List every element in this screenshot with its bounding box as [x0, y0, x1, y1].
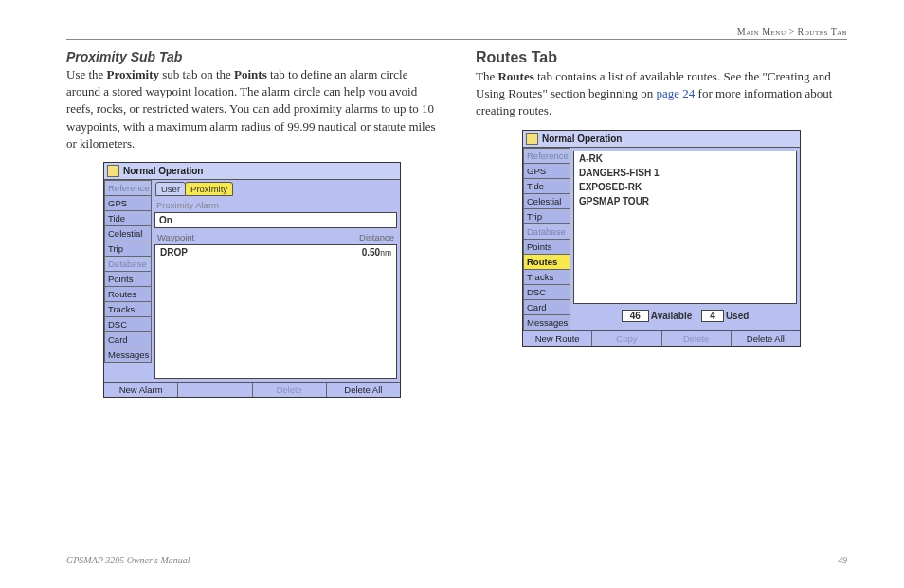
proximity-alarm-value[interactable]: On — [154, 212, 397, 228]
waypoint-list[interactable]: DROP 0.50nm — [154, 244, 397, 379]
proximity-alarm-label: Proximity Alarm — [152, 198, 400, 212]
new-alarm-button[interactable]: New Alarm — [104, 383, 178, 397]
list-header: Waypoint Distance — [152, 230, 400, 244]
proximity-paragraph: Use the Proximity sub tab on the Points … — [66, 66, 438, 152]
list-item[interactable]: DANGERS-FISH 1 — [574, 166, 796, 180]
sidebar-item-points[interactable]: Points — [104, 272, 152, 287]
sidebar-item-celestial[interactable]: Celestial — [523, 194, 570, 209]
sidebar-item-gps[interactable]: GPS — [523, 164, 570, 179]
sidebar-item-trip[interactable]: Trip — [523, 209, 570, 224]
bold-points: Points — [234, 67, 267, 81]
subtab-user[interactable]: User — [155, 182, 186, 196]
compass-icon — [107, 165, 119, 177]
text: sub tab on the — [159, 67, 234, 81]
footer-page-number: 49 — [838, 555, 847, 565]
sidebar-item-card[interactable]: Card — [104, 332, 152, 347]
breadcrumb-sep: > — [788, 27, 794, 37]
delete-button[interactable]: Delete — [253, 383, 327, 397]
bold-proximity: Proximity — [107, 67, 159, 81]
status-row: 46Available 4Used — [570, 307, 800, 325]
subtab-row: UserProximity — [152, 180, 400, 198]
divider — [66, 39, 847, 40]
sidebar-item-database[interactable]: Database — [523, 224, 570, 240]
routes-paragraph: The Routes tab contains a list of availa… — [476, 68, 847, 120]
compass-icon — [526, 133, 538, 145]
page-footer: GPSMAP 3205 Owner's Manual 49 — [66, 555, 847, 565]
sidebar-item-tide[interactable]: Tide — [523, 179, 570, 194]
copy-button[interactable]: Copy — [592, 331, 661, 346]
sidebar-item-tracks[interactable]: Tracks — [104, 302, 152, 317]
sidebar-item-database[interactable]: Database — [104, 257, 152, 272]
text: The — [476, 69, 497, 83]
footer-manual-title: GPSMAP 3205 Owner's Manual — [66, 555, 190, 565]
used-count: 4 — [701, 310, 724, 322]
waypoint-name: DROP — [160, 247, 188, 258]
device-title-bar: Normal Operation — [523, 131, 800, 148]
left-column: Proximity Sub Tab Use the Proximity sub … — [66, 45, 438, 398]
breadcrumb: Main Menu > Routes Tab — [66, 27, 847, 37]
sidebar-item-celestial[interactable]: Celestial — [104, 226, 152, 241]
sidebar-item-messages[interactable]: Messages — [104, 347, 152, 363]
available-label: Available — [651, 311, 693, 321]
new-route-button[interactable]: New Route — [523, 331, 592, 346]
proximity-heading: Proximity Sub Tab — [66, 49, 438, 64]
routes-heading: Routes Tab — [476, 49, 847, 66]
waypoint-distance: 0.50nm — [362, 247, 391, 258]
sidebar-item-dsc[interactable]: DSC — [104, 317, 152, 332]
breadcrumb-page: Routes Tab — [798, 27, 847, 37]
delete-all-button[interactable]: Delete All — [732, 331, 800, 346]
list-item[interactable]: DROP 0.50nm — [155, 245, 396, 259]
sidebar-item-routes[interactable]: Routes — [104, 287, 152, 302]
subtab-proximity[interactable]: Proximity — [185, 182, 233, 196]
header-distance: Distance — [359, 232, 394, 242]
bottom-buttons: New Alarm Delete Delete All — [104, 382, 400, 397]
sidebar: Reference GPS Tide Celestial Trip Databa… — [104, 180, 152, 382]
proximity-device-screen: Normal Operation Reference GPS Tide Cele… — [103, 162, 401, 398]
list-item[interactable]: GPSMAP TOUR — [574, 194, 796, 208]
right-column: Routes Tab The Routes tab contains a lis… — [476, 45, 847, 398]
sidebar-item-tide[interactable]: Tide — [104, 211, 152, 226]
bold-routes: Routes — [497, 69, 533, 83]
sidebar-item-points[interactable]: Points — [523, 240, 570, 255]
route-name: A-RK — [579, 153, 603, 164]
sidebar-item-tracks[interactable]: Tracks — [523, 270, 570, 285]
sidebar-item-reference[interactable]: Reference — [104, 180, 152, 196]
delete-all-button[interactable]: Delete All — [327, 383, 400, 397]
dist-value: 0.50 — [362, 247, 380, 258]
used-label: Used — [726, 311, 749, 321]
route-name: EXPOSED-RK — [579, 182, 642, 192]
page-link[interactable]: page 24 — [657, 86, 696, 100]
route-name: GPSMAP TOUR — [579, 196, 649, 206]
route-name: DANGERS-FISH 1 — [579, 168, 659, 178]
header-waypoint: Waypoint — [157, 232, 194, 242]
sidebar-item-dsc[interactable]: DSC — [523, 285, 570, 300]
bottom-buttons: New Route Copy Delete Delete All — [523, 330, 800, 346]
routes-device-screen: Normal Operation Reference GPS Tide Cele… — [522, 130, 801, 347]
sidebar-item-gps[interactable]: GPS — [104, 196, 152, 211]
routes-list[interactable]: A-RK DANGERS-FISH 1 EXPOSED-RK GPSMAP TO… — [573, 151, 797, 304]
delete-button[interactable]: Delete — [662, 331, 732, 346]
list-item[interactable]: EXPOSED-RK — [574, 180, 796, 194]
sidebar-item-reference[interactable]: Reference — [523, 148, 570, 164]
sidebar-item-card[interactable]: Card — [523, 300, 570, 315]
spacer-button — [178, 383, 252, 397]
dist-unit: nm — [380, 248, 391, 258]
device-title: Normal Operation — [123, 166, 203, 176]
breadcrumb-main: Main Menu — [737, 27, 786, 37]
sidebar: Reference GPS Tide Celestial Trip Databa… — [523, 148, 570, 330]
sidebar-item-routes[interactable]: Routes — [523, 255, 570, 270]
device-title-bar: Normal Operation — [104, 163, 400, 180]
list-item[interactable]: A-RK — [574, 151, 796, 166]
available-count: 46 — [622, 310, 649, 322]
text: Use the — [66, 67, 107, 81]
sidebar-item-trip[interactable]: Trip — [104, 241, 152, 257]
device-title: Normal Operation — [542, 134, 622, 144]
sidebar-item-messages[interactable]: Messages — [523, 315, 570, 330]
